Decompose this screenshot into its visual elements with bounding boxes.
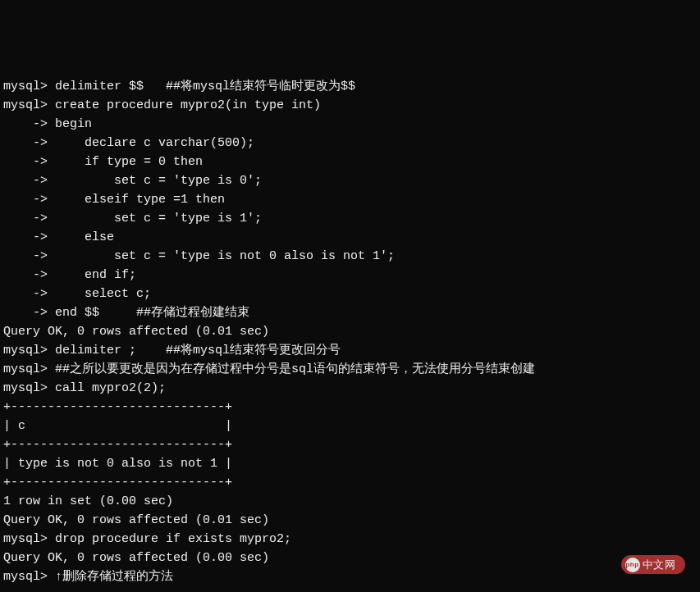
terminal-line: mysql> delimiter ; ##将mysql结束符号更改回分号 (3, 341, 697, 360)
terminal-line: +-----------------------------+ (3, 435, 697, 454)
terminal-line: Query OK, 0 rows affected (0.01 sec) (3, 511, 697, 530)
terminal-line: Query OK, 0 rows affected (0.00 sec) (3, 549, 697, 567)
terminal-line: -> end $$ ##存储过程创建结束 (3, 303, 697, 322)
terminal-line: Query OK, 0 rows affected (0.01 sec) (3, 322, 697, 341)
terminal-line: mysql> ↑删除存储过程的方法 (3, 567, 697, 586)
terminal-line: -> end if; (3, 266, 697, 285)
terminal-line: -> set c = 'type is not 0 also is not 1'… (3, 247, 697, 266)
terminal-line: -> select c; (3, 285, 697, 303)
terminal-line: +-----------------------------+ (3, 473, 697, 492)
terminal-line: -> declare c varchar(500); (3, 134, 697, 153)
terminal-line: -> if type = 0 then (3, 153, 697, 171)
terminal-line: mysql> ##之所以要更改是因为在存储过程中分号是sql语句的结束符号，无法… (3, 360, 697, 379)
terminal-line: mysql> delimiter $$ ##将mysql结束符号临时更改为$$ (3, 77, 697, 96)
terminal-line: 1 row in set (0.00 sec) (3, 492, 697, 511)
php-watermark: 中文网 (621, 555, 686, 574)
terminal-output: mysql> delimiter $$ ##将mysql结束符号临时更改为$$m… (3, 77, 697, 586)
terminal-line: | c | (3, 417, 697, 435)
terminal-line: -> begin (3, 115, 697, 134)
terminal-line: mysql> create procedure mypro2(in type i… (3, 96, 697, 115)
terminal-line: -> else (3, 228, 697, 247)
terminal-line: mysql> drop procedure if exists mypro2; (3, 530, 697, 549)
terminal-line: mysql> call mypro2(2); (3, 379, 697, 398)
terminal-line: -> set c = 'type is 0'; (3, 171, 697, 190)
terminal-line: -> set c = 'type is 1'; (3, 209, 697, 228)
terminal-line: -> elseif type =1 then (3, 190, 697, 209)
terminal-line: +-----------------------------+ (3, 398, 697, 417)
terminal-line: | type is not 0 also is not 1 | (3, 454, 697, 473)
